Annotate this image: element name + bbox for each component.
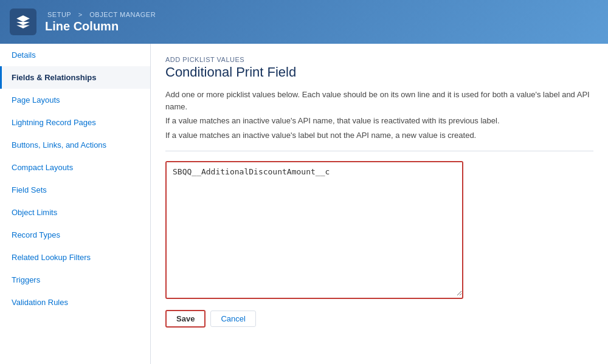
section-label: Add Picklist Values [165,56,593,63]
page-header-title: Line Column [45,19,158,33]
save-button[interactable]: Save [165,310,206,328]
sidebar-item-page-layouts[interactable]: Page Layouts [0,89,150,111]
sidebar-item-related-lookup-filters[interactable]: Related Lookup Filters [0,246,150,269]
sidebar-item-validation-rules[interactable]: Validation Rules [0,291,150,314]
main-container: Details Fields & Relationships Page Layo… [0,44,608,364]
description-2: If a value matches an inactive value's A… [165,115,593,127]
breadcrumb-sep: > [78,11,83,18]
picklist-textarea-wrapper [165,161,463,299]
content-area: Add Picklist Values Conditional Print Fi… [151,44,608,364]
app-header: SETUP > OBJECT MANAGER Line Column [0,0,608,44]
sidebar-item-compact-layouts[interactable]: Compact Layouts [0,156,150,179]
picklist-values-textarea[interactable] [167,162,462,296]
sidebar-item-object-limits[interactable]: Object Limits [0,201,150,224]
sidebar-item-buttons-links-actions[interactable]: Buttons, Links, and Actions [0,134,150,156]
sidebar-item-record-types[interactable]: Record Types [0,224,150,246]
page-title: Conditional Print Field [165,64,593,80]
breadcrumb-setup: SETUP [47,11,71,18]
sidebar-item-fields-relationships[interactable]: Fields & Relationships [0,66,150,89]
sidebar-item-details[interactable]: Details [0,44,150,66]
cancel-button[interactable]: Cancel [210,311,255,327]
description-1: Add one or more picklist values below. E… [165,89,593,112]
description-block: Add one or more picklist values below. E… [165,89,593,141]
sidebar-item-lightning-record-pages[interactable]: Lightning Record Pages [0,111,150,134]
app-icon [10,9,36,35]
sidebar-nav: Details Fields & Relationships Page Layo… [0,44,151,364]
sidebar-item-triggers[interactable]: Triggers [0,269,150,291]
layers-icon [15,14,31,30]
breadcrumb: SETUP > OBJECT MANAGER [45,11,158,18]
sidebar-item-field-sets[interactable]: Field Sets [0,179,150,201]
description-3: If a value matches an inactive value's l… [165,129,593,142]
header-text: SETUP > OBJECT MANAGER Line Column [45,11,158,33]
breadcrumb-object-manager: OBJECT MANAGER [89,11,156,18]
button-row: Save Cancel [165,310,593,328]
divider [165,151,593,151]
